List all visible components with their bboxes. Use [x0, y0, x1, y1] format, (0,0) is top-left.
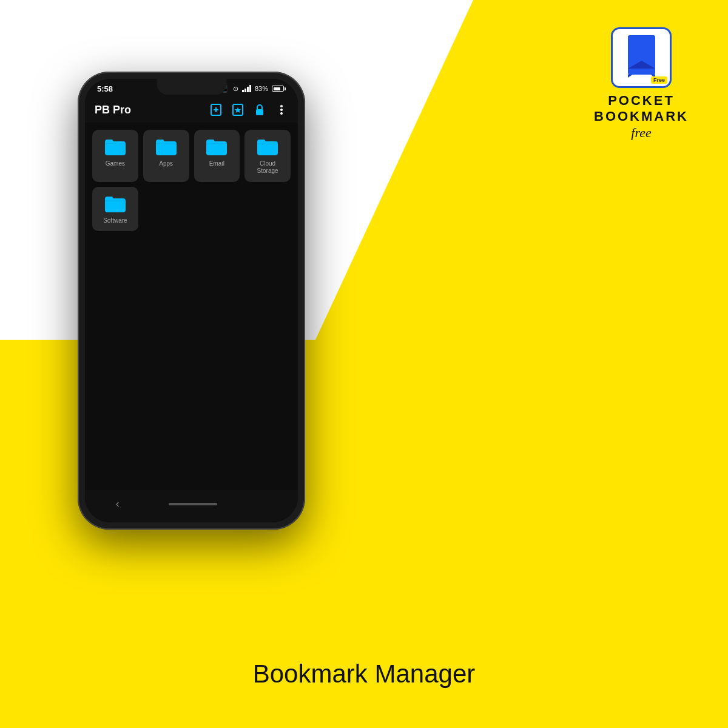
- phone-notch: [157, 79, 226, 95]
- spacer: [255, 502, 279, 507]
- folder-icon: [256, 137, 279, 157]
- folder-games[interactable]: Games: [92, 130, 138, 182]
- svg-point-12: [280, 109, 283, 111]
- folder-icon: [104, 194, 127, 214]
- folder-label: Apps: [159, 160, 173, 167]
- folder-icon: [104, 137, 127, 157]
- phone-outer: 5:58 📱 ⊙ 83%: [78, 72, 305, 530]
- folder-email[interactable]: Email: [194, 130, 240, 182]
- folder-software[interactable]: Software: [92, 187, 138, 231]
- status-time: 5:58: [97, 84, 113, 93]
- app-icon-container: Free POCKET BOOKMARK free: [594, 27, 689, 141]
- status-icons: 📱 ⊙ 83%: [221, 85, 286, 93]
- wifi-icon: ⊙: [233, 85, 238, 93]
- svg-point-11: [280, 105, 283, 107]
- bottom-label: Bookmark Manager: [0, 659, 728, 689]
- header-icons: [209, 103, 288, 116]
- app-header: PB Pro: [85, 97, 298, 123]
- phone-container: 5:58 📱 ⊙ 83%: [78, 72, 305, 530]
- add-bookmark-icon[interactable]: [209, 103, 223, 116]
- back-button[interactable]: ‹: [104, 495, 132, 513]
- svg-marker-9: [235, 107, 241, 113]
- folder-label: Games: [106, 160, 125, 167]
- free-badge: Free: [651, 76, 667, 84]
- folder-cloud-storage[interactable]: Cloud Storage: [244, 130, 291, 182]
- folder-label: Email: [209, 160, 224, 167]
- star-bookmark-icon[interactable]: [231, 103, 244, 116]
- battery-icon: [272, 86, 286, 92]
- more-options-icon[interactable]: [275, 103, 288, 116]
- folder-label: Cloud Storage: [249, 160, 286, 175]
- svg-rect-3: [628, 35, 655, 75]
- svg-rect-10: [256, 109, 263, 115]
- bottom-nav: ‹: [85, 490, 298, 522]
- folder-label: Software: [103, 217, 127, 224]
- app-icon-box[interactable]: Free: [611, 27, 672, 88]
- app-name-line3: free: [631, 125, 651, 141]
- app-name-line2: BOOKMARK: [594, 109, 689, 124]
- lock-icon[interactable]: [253, 103, 266, 116]
- signal-icon: [242, 85, 251, 92]
- bookmark-icon: [625, 35, 658, 81]
- home-indicator: [169, 503, 217, 505]
- app-title: PB Pro: [95, 104, 131, 116]
- phone-inner: 5:58 📱 ⊙ 83%: [85, 79, 298, 522]
- folder-icon: [155, 137, 178, 157]
- folder-apps[interactable]: Apps: [143, 130, 189, 182]
- app-name-line1: POCKET: [608, 93, 675, 109]
- battery-percent: 83%: [255, 85, 268, 92]
- app-content: Games Apps Email: [85, 123, 298, 490]
- folder-icon: [205, 137, 228, 157]
- svg-point-13: [280, 112, 283, 115]
